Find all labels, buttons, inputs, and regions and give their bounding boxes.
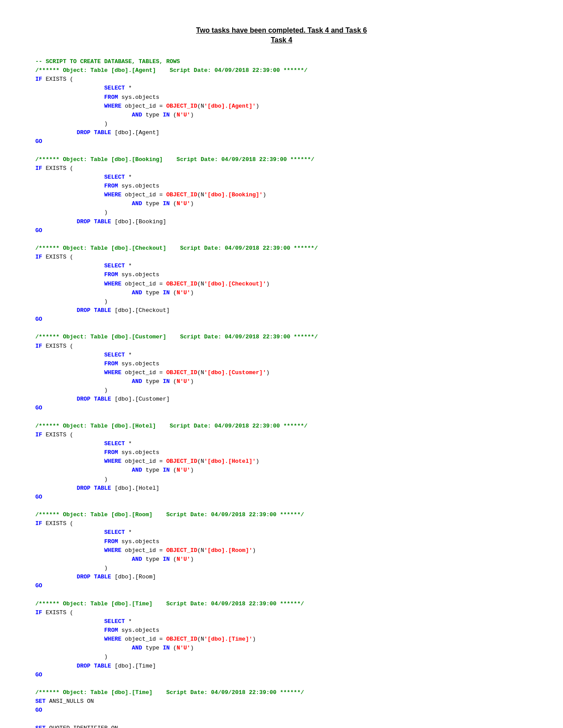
main-title: Two tasks have been completed. Task 4 an… [35, 26, 528, 34]
sub-title: Task 4 [35, 36, 528, 44]
page-header: Two tasks have been completed. Task 4 an… [35, 26, 528, 44]
kw-go-1: GO [35, 138, 42, 145]
comment-time-2: /****** Object: Table [dbo].[Time] Scrip… [35, 689, 304, 696]
comment-hotel: /****** Object: Table [dbo].[Hotel] Scri… [35, 423, 307, 429]
comment-room: /****** Object: Table [dbo].[Room] Scrip… [35, 511, 304, 518]
kw-if-1: IF [35, 76, 42, 83]
comment-checkout: /****** Object: Table [dbo].[Checkout] S… [35, 245, 318, 251]
comment-customer: /****** Object: Table [dbo].[Customer] S… [35, 334, 318, 340]
comment-script: -- SCRIPT TO CREATE DATABASE, TABLES, RO… [35, 58, 180, 65]
comment-time-1: /****** Object: Table [dbo].[Time] Scrip… [35, 600, 304, 607]
code-block: -- SCRIPT TO CREATE DATABASE, TABLES, RO… [35, 57, 528, 728]
comment-booking: /****** Object: Table [dbo].[Booking] Sc… [35, 156, 314, 163]
sql-code: -- SCRIPT TO CREATE DATABASE, TABLES, RO… [35, 57, 528, 728]
comment-agent: /****** Object: Table [dbo].[Agent] Scri… [35, 67, 307, 74]
